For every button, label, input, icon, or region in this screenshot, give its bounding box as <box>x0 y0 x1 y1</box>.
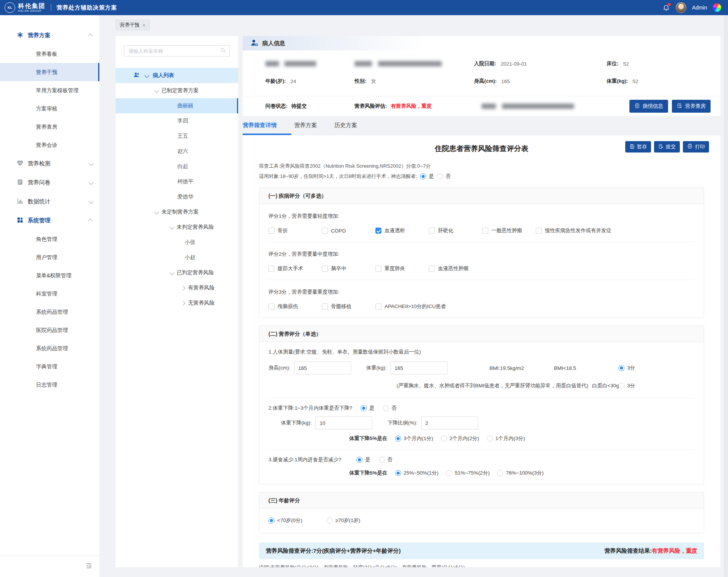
submit-button[interactable]: 提交 <box>654 141 680 153</box>
checkbox-apache-icu[interactable]: APACHEII>10分的ICU患者 <box>375 303 446 310</box>
sidebar-group-nutrition-questionnaire[interactable]: 营养问卷 <box>0 173 99 192</box>
tree-group-judged-risk[interactable]: 已判定营养风险 <box>116 265 238 280</box>
avatar[interactable] <box>676 2 686 13</box>
print-button[interactable]: 打印 <box>683 141 709 153</box>
radio-icon[interactable] <box>326 517 333 524</box>
radio-icon[interactable] <box>487 436 493 442</box>
sidebar-item-user-management[interactable]: 用户管理 <box>0 248 99 266</box>
age-option-over-70[interactable]: ≥70岁(1岁) <box>326 517 360 524</box>
notification-bell-icon[interactable] <box>662 4 670 11</box>
radio-icon[interactable] <box>437 173 443 179</box>
tree-patient-selected[interactable]: 曲丽丽 <box>116 98 238 113</box>
search-icon[interactable] <box>220 47 226 55</box>
checkbox-hematologic-malignancy[interactable]: 血液恶性肿瘤 <box>429 265 469 272</box>
radio-icon[interactable] <box>618 383 624 389</box>
sidebar-item-menu-permission[interactable]: 菜单&权限管理 <box>0 266 99 285</box>
department-search-input[interactable] <box>128 48 220 54</box>
nutrition-rounds-button[interactable]: 营养查房 <box>672 100 711 113</box>
radio-icon[interactable] <box>395 436 401 442</box>
conscious-option-yes[interactable]: 是 <box>420 173 434 180</box>
q2-time-option-2[interactable]: 2个月内(2分) <box>441 435 479 442</box>
save-draft-button[interactable]: 暂存 <box>625 141 651 153</box>
q2-time-option-3[interactable]: 1个月内(3分) <box>487 435 525 442</box>
sidebar-item-dictionary-management[interactable]: 字典管理 <box>0 357 99 376</box>
checkbox-icon[interactable] <box>322 228 328 234</box>
checkbox-icon[interactable] <box>268 228 275 234</box>
checkbox-abdominal-surgery[interactable]: 腹部大手术 <box>268 265 322 272</box>
tree-group-unplanned[interactable]: 未定制营养方案 <box>116 204 238 220</box>
tree-patient[interactable]: 小张 <box>116 235 238 250</box>
sidebar-item-nutrition-consult[interactable]: 营养会诊 <box>0 136 99 154</box>
radio-icon[interactable] <box>356 457 362 463</box>
checkbox-icon[interactable] <box>375 303 381 310</box>
checkbox-icon[interactable] <box>375 266 381 272</box>
radio-icon[interactable] <box>379 457 385 463</box>
weight-loss-input[interactable] <box>315 417 372 429</box>
tab-history-plan[interactable]: 历史方案 <box>334 121 357 135</box>
sidebar-group-nutrition-test[interactable]: 营养检测 <box>0 154 99 173</box>
theme-color-wheel-icon[interactable] <box>713 3 721 12</box>
checkbox-copd[interactable]: COPD <box>322 228 375 234</box>
radio-icon[interactable] <box>383 405 389 411</box>
sidebar-item-department-management[interactable]: 科室管理 <box>0 285 99 303</box>
checkbox-icon[interactable] <box>322 303 328 310</box>
sidebar-group-nutrition-plan[interactable]: 营养方案 <box>0 26 99 45</box>
tree-group-unjudged-risk[interactable]: 未判定营养风险 <box>116 220 238 235</box>
sidebar-item-log-management[interactable]: 日志管理 <box>0 376 99 394</box>
radio-icon[interactable] <box>420 173 426 179</box>
checkbox-icon[interactable] <box>536 228 542 234</box>
checkbox-chronic-acute[interactable]: 慢性疾病急性发作或有并发症 <box>536 227 612 234</box>
sidebar-item-nutrition-board[interactable]: 营养看板 <box>0 45 99 63</box>
sidebar-group-data-statistics[interactable]: 数据统计 <box>0 192 99 211</box>
tab-screening-detail[interactable]: 营养筛查详情 <box>243 121 277 135</box>
checkbox-icon[interactable] <box>482 228 488 234</box>
tree-patient[interactable]: 柯德平 <box>116 174 238 189</box>
radio-icon[interactable] <box>497 470 503 476</box>
radio-icon[interactable] <box>395 470 401 476</box>
checkbox-icon[interactable] <box>268 303 275 310</box>
q2-time-option-1[interactable]: 3个月内(1分) <box>395 435 433 442</box>
sidebar-item-template-management[interactable]: 常用方案模板管理 <box>0 81 99 99</box>
checkbox-brain-injury[interactable]: 颅脑损伤 <box>268 303 322 310</box>
sidebar-item-system-drug-management-2[interactable]: 系统药品管理 <box>0 339 99 357</box>
tree-patient[interactable]: 赵六 <box>116 144 238 159</box>
bmi-score-option[interactable]: 3分 <box>618 365 635 371</box>
radio-icon[interactable] <box>268 517 275 524</box>
checkbox-icon[interactable] <box>429 228 435 234</box>
q3-option-no[interactable]: 否 <box>379 456 393 463</box>
albumin-score-option[interactable]: 3分 <box>618 382 635 389</box>
loss-ratio-input[interactable] <box>421 417 478 429</box>
tree-patient[interactable]: 爱德华 <box>116 189 238 204</box>
checkbox-general-malignancy[interactable]: 一般恶性肿瘤 <box>482 227 536 234</box>
tree-root-patient-list[interactable]: 病人列表 <box>116 68 238 83</box>
age-option-under-70[interactable]: <70岁(0分) <box>268 517 302 524</box>
tree-group-no-risk[interactable]: 无营养风险 <box>116 296 238 311</box>
tree-patient[interactable]: 李四 <box>116 113 238 129</box>
radio-icon[interactable] <box>441 436 447 442</box>
q3-range-option-3[interactable]: 76%~100%(3分) <box>497 470 543 476</box>
q2-option-no[interactable]: 否 <box>383 405 397 412</box>
tree-patient[interactable]: 王五 <box>116 129 238 144</box>
sidebar-group-system-management[interactable]: 系统管理 <box>0 211 99 230</box>
tree-patient[interactable]: 白起 <box>116 159 238 174</box>
radio-icon[interactable] <box>446 470 452 476</box>
tree-group-has-risk[interactable]: 有营养风险 <box>116 280 238 296</box>
checkbox-icon[interactable] <box>375 228 381 234</box>
q3-range-option-2[interactable]: 51%~75%(2分) <box>446 470 490 476</box>
conscious-option-no[interactable]: 否 <box>437 173 451 180</box>
sidebar-item-hospital-drug-management[interactable]: 医院药品管理 <box>0 321 99 339</box>
checkbox-icon[interactable] <box>429 266 435 272</box>
checkbox-cirrhosis[interactable]: 肝硬化 <box>429 227 482 234</box>
radio-icon[interactable] <box>618 365 624 371</box>
workspace-tab[interactable]: 营养干预 × <box>116 20 150 30</box>
page-scrollbar[interactable] <box>724 15 728 577</box>
sidebar-item-plan-review[interactable]: 方案审核 <box>0 99 99 118</box>
sidebar-item-role-management[interactable]: 角色管理 <box>0 230 99 248</box>
height-input[interactable] <box>294 362 351 374</box>
checkbox-icon[interactable] <box>322 266 328 272</box>
close-icon[interactable]: × <box>143 22 146 28</box>
tab-nutrition-plan[interactable]: 营养方案 <box>294 121 317 135</box>
checkbox-fracture[interactable]: 骨折 <box>268 227 322 234</box>
checkbox-stroke[interactable]: 脑卒中 <box>322 265 375 272</box>
q3-option-yes[interactable]: 是 <box>356 456 370 463</box>
